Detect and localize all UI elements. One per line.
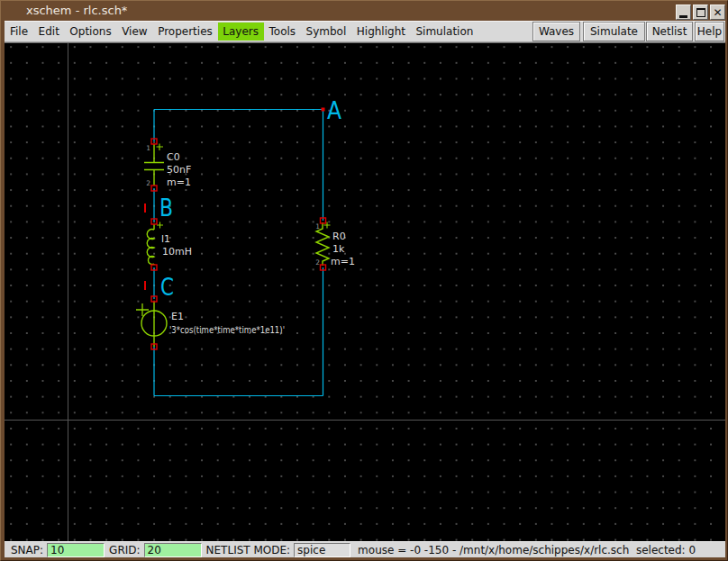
inductor-value[interactable]: 10mH — [162, 246, 192, 258]
menu-edit[interactable]: Edit — [33, 23, 64, 41]
component-resistor[interactable]: 1 2 R0 1k m=1 — [315, 222, 355, 268]
netlist-mode-label: NETLIST MODE: — [206, 544, 291, 556]
titlebar[interactable]: xschem - rlc.sch* ✕ — [1, 1, 728, 21]
menubar: File Edit Options View Properties Layers… — [5, 21, 725, 42]
resistor-mult[interactable]: m=1 — [331, 256, 355, 267]
menu-options[interactable]: Options — [65, 23, 116, 41]
capacitor-mult[interactable]: m=1 — [167, 176, 191, 188]
menu-tools[interactable]: Tools — [264, 23, 301, 41]
maximize-button[interactable] — [693, 5, 708, 20]
net-label-b[interactable]: B — [159, 195, 173, 222]
schematic-canvas[interactable]: 1 2 C0 50nF m=1 l1 10mH — [5, 42, 725, 541]
menu-properties[interactable]: Properties — [153, 23, 218, 41]
component-source[interactable]: E1 '3*cos(time*time*time*1e11)' — [136, 302, 285, 347]
menu-view[interactable]: View — [117, 23, 152, 41]
inductor-name[interactable]: l1 — [161, 233, 170, 245]
source-name[interactable]: E1 — [171, 311, 184, 322]
minimize-button[interactable] — [676, 5, 691, 20]
menu-highlight[interactable]: Highlight — [351, 23, 410, 41]
close-icon: ✕ — [713, 7, 722, 18]
grid-input[interactable]: 20 — [144, 543, 202, 557]
simulate-button[interactable]: Simulate — [583, 22, 645, 41]
capacitor-pin2-number: 2 — [146, 179, 150, 187]
statusbar: SNAP: 10 GRID: 20 NETLIST MODE: spice mo… — [5, 541, 725, 557]
capacitor-name[interactable]: C0 — [167, 151, 180, 163]
net-label-a[interactable]: A — [327, 97, 341, 124]
resistor-pin2-number: 2 — [315, 258, 320, 267]
net-label-c[interactable]: C — [160, 274, 174, 301]
grid-label: GRID: — [109, 544, 140, 556]
source-value[interactable]: '3*cos(time*time*time*1e11)' — [169, 324, 285, 336]
netlist-button[interactable]: Netlist — [646, 22, 693, 41]
maximize-icon — [696, 8, 705, 17]
help-button[interactable]: Help — [695, 22, 724, 41]
resistor-value[interactable]: 1k — [332, 243, 345, 255]
menu-layers[interactable]: Layers — [218, 23, 264, 41]
minimize-icon — [679, 15, 687, 18]
xschem-window: xschem - rlc.sch* ✕ File Edit Options Vi… — [0, 0, 728, 561]
netlist-mode-input[interactable]: spice — [294, 543, 350, 557]
menu-simulation[interactable]: Simulation — [411, 23, 478, 41]
menu-file[interactable]: File — [5, 23, 33, 41]
schematic-drawing: 1 2 C0 50nF m=1 l1 10mH — [5, 43, 725, 542]
component-inductor[interactable]: l1 10mH — [147, 222, 192, 266]
menu-symbol[interactable]: Symbol — [301, 23, 351, 41]
statusbar-info: mouse = -0 -150 - /mnt/x/home/schippes/x… — [358, 544, 696, 556]
window-title: xschem - rlc.sch* — [26, 4, 127, 17]
resistor-name[interactable]: R0 — [332, 231, 346, 242]
close-button[interactable]: ✕ — [710, 5, 725, 20]
capacitor-value[interactable]: 50nF — [167, 164, 191, 176]
waves-button[interactable]: Waves — [532, 22, 580, 41]
snap-input[interactable]: 10 — [47, 543, 105, 557]
capacitor-pin1-number: 1 — [146, 144, 150, 152]
net-labels[interactable]: A B C — [159, 97, 341, 301]
window-controls: ✕ — [676, 5, 725, 20]
component-capacitor[interactable]: 1 2 C0 50nF m=1 — [144, 144, 191, 189]
snap-label: SNAP: — [11, 544, 43, 556]
resistor-pin1-number: 1 — [315, 222, 320, 231]
